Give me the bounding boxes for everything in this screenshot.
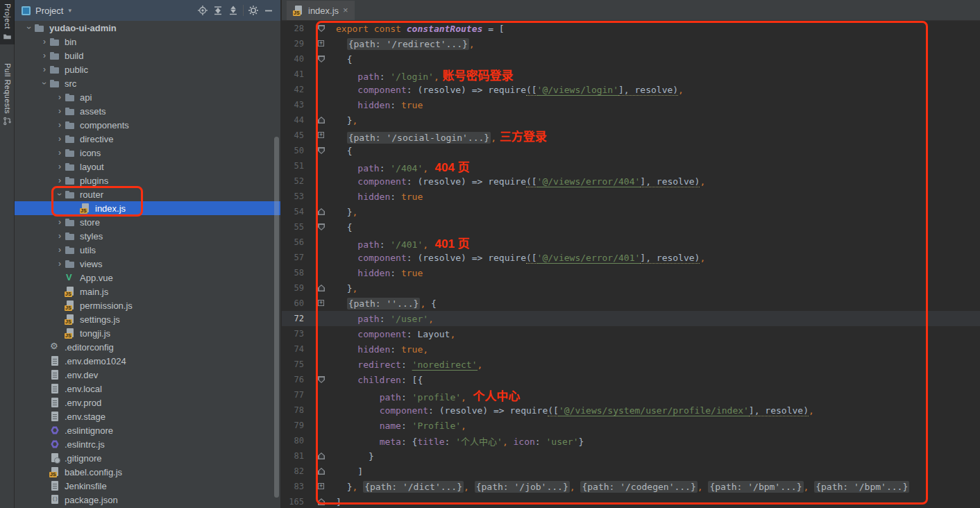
fold-gutter[interactable]: [310, 21, 328, 36]
code-line-43[interactable]: 43 hidden: true: [282, 97, 980, 112]
code-line-60[interactable]: 60 {path: ''...}, {: [282, 296, 980, 311]
folded-region-chip[interactable]: {path: '/redirect'...}: [347, 38, 469, 50]
code-line-58[interactable]: 58 hidden: true: [282, 265, 980, 280]
tree-item-components[interactable]: components: [15, 118, 280, 132]
tree-item-yudao-ui-admin[interactable]: yudao-ui-admin: [15, 21, 280, 35]
tree-item-utils[interactable]: utils: [15, 243, 280, 257]
fold-gutter[interactable]: [310, 143, 328, 158]
code-line-59[interactable]: 59 },: [282, 280, 980, 296]
tree-item-bin[interactable]: bin: [15, 35, 280, 49]
folded-region-chip[interactable]: {path: '/codegen'...}: [580, 481, 697, 493]
fold-gutter[interactable]: [310, 128, 328, 143]
chevron-down-icon[interactable]: ▾: [68, 7, 71, 14]
code-line-55[interactable]: 55 {: [282, 219, 980, 235]
tree-item--env-stage[interactable]: .env.stage: [15, 409, 280, 423]
code-line-74[interactable]: 74 hidden: true,: [282, 341, 980, 357]
tree-item-babel-config-js[interactable]: babel.config.js: [15, 465, 280, 479]
fold-close-icon[interactable]: [318, 452, 325, 459]
chevron-down-icon[interactable]: [55, 189, 65, 199]
close-icon[interactable]: ×: [343, 7, 348, 14]
code-line-41[interactable]: 41 path: '/login', 账号密码登录: [282, 67, 980, 82]
tree-item-src[interactable]: src: [15, 76, 280, 90]
folded-region-chip[interactable]: {path: '/dict'...}: [363, 481, 464, 493]
tree-item-tongji-js[interactable]: tongji.js: [15, 326, 280, 340]
fold-expand-icon[interactable]: [318, 40, 324, 46]
tree-item-build[interactable]: build: [15, 49, 280, 62]
fold-gutter[interactable]: [310, 204, 328, 219]
code-line-78[interactable]: 78 component: (resolve) => require(['@/v…: [282, 403, 980, 418]
tree-item--eslintrc-js[interactable]: .eslintrc.js: [15, 437, 280, 451]
chevron-right-icon[interactable]: [55, 231, 65, 241]
folded-region-chip[interactable]: {path: '/social-login'...}: [347, 132, 491, 144]
tree-item-settings-js[interactable]: settings.js: [15, 312, 280, 326]
tree-item--eslintignore[interactable]: .eslintignore: [15, 423, 280, 437]
tab-index-js[interactable]: index.js ×: [287, 1, 355, 20]
code-line-40[interactable]: 40 {: [282, 51, 980, 67]
tree-item-index-js[interactable]: index.js: [15, 201, 280, 215]
fold-open-icon[interactable]: [318, 147, 325, 154]
code-line-81[interactable]: 81 }: [282, 448, 980, 464]
code-line-73[interactable]: 73 component: Layout,: [282, 326, 980, 341]
chevron-right-icon[interactable]: [40, 51, 49, 60]
tree-item-permission-js[interactable]: permission.js: [15, 298, 280, 312]
code-line-82[interactable]: 82 ]: [282, 464, 980, 479]
fold-expand-icon[interactable]: [318, 483, 324, 489]
tree-item--env-dev[interactable]: .env.dev: [15, 368, 280, 382]
fold-gutter[interactable]: [310, 36, 328, 51]
fold-expand-icon[interactable]: [318, 132, 324, 138]
chevron-right-icon[interactable]: [55, 217, 65, 227]
fold-gutter[interactable]: [310, 464, 328, 479]
fold-gutter[interactable]: [310, 219, 328, 235]
fold-open-icon[interactable]: [318, 25, 325, 32]
tree-item-main-js[interactable]: main.js: [15, 285, 280, 298]
fold-gutter[interactable]: [310, 479, 328, 494]
code-line-28[interactable]: 28export const constantRoutes = [: [282, 21, 980, 36]
tree-item-jenkinsfile[interactable]: Jenkinsfile: [15, 479, 280, 493]
code-line-54[interactable]: 54 },: [282, 204, 980, 219]
stripe-tab-pull-requests[interactable]: Pull Requests: [0, 60, 15, 129]
tree-item--env-prod[interactable]: .env.prod: [15, 396, 280, 409]
fold-gutter[interactable]: [310, 51, 328, 67]
chevron-right-icon[interactable]: [55, 162, 65, 171]
fold-gutter[interactable]: [310, 112, 328, 128]
folded-region-chip[interactable]: {path: ''...}: [347, 298, 421, 310]
tree-scrollbar[interactable]: [274, 137, 279, 498]
code-line-51[interactable]: 51 path: '/404', 404 页: [282, 158, 980, 173]
tree-item-public[interactable]: public: [15, 62, 280, 76]
tree-item-store[interactable]: store: [15, 215, 280, 229]
code-line-53[interactable]: 53 hidden: true: [282, 189, 980, 204]
tree-item-app-vue[interactable]: App.vue: [15, 271, 280, 285]
fold-gutter[interactable]: [310, 494, 328, 508]
tree-item-api[interactable]: api: [15, 90, 280, 104]
project-panel-title[interactable]: Project: [35, 6, 63, 16]
tree-item--env-demo1024[interactable]: .env.demo1024: [15, 354, 280, 368]
code-line-165[interactable]: 165]: [282, 494, 980, 508]
tree-item--env-local[interactable]: .env.local: [15, 382, 280, 396]
tree-item-plugins[interactable]: plugins: [15, 173, 280, 187]
fold-open-icon[interactable]: [318, 376, 325, 383]
fold-gutter[interactable]: [310, 448, 328, 464]
code-line-50[interactable]: 50 {: [282, 143, 980, 158]
tree-item--editorconfig[interactable]: .editorconfig: [15, 340, 280, 354]
tree-item-package-json[interactable]: package.json: [15, 493, 280, 507]
fold-open-icon[interactable]: [318, 56, 325, 62]
chevron-down-icon[interactable]: [24, 23, 34, 33]
tree-item--gitignore[interactable]: .gitignore: [15, 451, 280, 465]
code-line-45[interactable]: 45 {path: '/social-login'...}, 三方登录: [282, 128, 980, 143]
chevron-right-icon[interactable]: [55, 120, 65, 130]
fold-gutter[interactable]: [310, 372, 328, 387]
code-line-52[interactable]: 52 component: (resolve) => require(['@/v…: [282, 173, 980, 189]
hide-panel-icon[interactable]: [261, 3, 276, 17]
stripe-tab-project[interactable]: Project: [0, 0, 15, 44]
code-line-44[interactable]: 44 },: [282, 112, 980, 128]
chevron-right-icon[interactable]: [55, 92, 65, 102]
fold-gutter[interactable]: [310, 296, 328, 311]
chevron-right-icon[interactable]: [55, 148, 65, 158]
code-line-83[interactable]: 83 }, {path: '/dict'...}, {path: '/job'.…: [282, 479, 980, 494]
fold-close-icon[interactable]: [318, 285, 325, 291]
code-line-75[interactable]: 75 redirect: 'noredirect',: [282, 357, 980, 372]
folded-region-chip[interactable]: {path: '/bpm'...}: [708, 481, 803, 493]
expand-all-icon[interactable]: [210, 3, 226, 17]
code-line-57[interactable]: 57 component: (resolve) => require(['@/v…: [282, 250, 980, 265]
code-line-42[interactable]: 42 component: (resolve) => require(['@/v…: [282, 82, 980, 97]
